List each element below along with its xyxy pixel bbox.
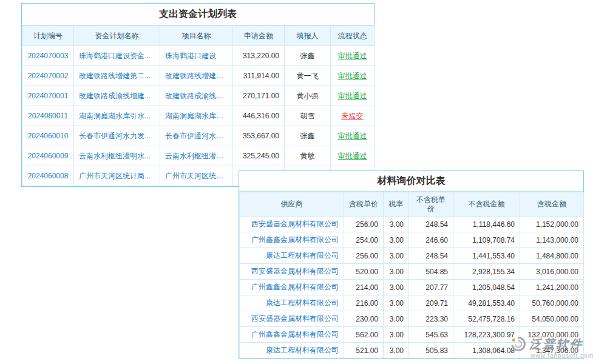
fund-plan-name-cell[interactable]: 湖南洞庭湖水库引水... [74,106,160,126]
material-inquiry-table: 供应商含税单价税率不含税单价不含税金额含税金额 西安盛器金属材料有限公司256.… [239,192,584,359]
column-header: 流程状态 [331,26,375,46]
fund-plan-name-cell[interactable]: 云南水利枢纽潜明水... [74,146,160,166]
tax-rate-cell: 3.00 [384,311,409,327]
price-excl-tax-cell: 504.85 [409,264,453,280]
table-row: 2024060009云南水利枢纽潜明水...云南水利枢纽潜明...325,245… [22,146,375,166]
amount-cell: 311,914.00 [233,66,285,86]
amount-cell: 270,171.00 [233,86,285,106]
header-row: 供应商含税单价税率不含税单价不含税金额含税金额 [240,192,584,217]
amount-incl-tax-cell: 54,050,000.00 [520,311,584,327]
tax-rate-cell: 3.00 [384,327,409,343]
fanpu-logo-icon [510,335,527,352]
material-table-title: 材料询价对比表 [239,171,583,192]
fund-plan-name-cell[interactable]: 改建铁路成渝线增建... [74,86,160,106]
price-incl-tax-cell: 216.00 [344,295,384,311]
project-name-cell[interactable]: 改建铁路线增建第... [160,66,233,86]
price-excl-tax-cell: 248.54 [409,217,453,232]
plan-no-cell[interactable]: 2024060008 [22,166,74,186]
amount-excl-tax-cell: 1,109,708.74 [453,232,520,248]
plan-no-cell[interactable]: 2024060009 [22,146,74,166]
project-name-cell[interactable]: 云南水利枢纽潜明... [160,146,233,166]
plan-no-cell[interactable]: 2024070002 [22,66,74,86]
price-incl-tax-cell: 256.00 [344,217,384,232]
fund-plan-table-title: 支出资金计划列表 [22,4,374,25]
table-row: 西安盛器金属材料有限公司520.003.00504.852,928,155.34… [240,264,584,280]
table-row: 西安盛器金属材料有限公司256.003.00248.541,118,446.60… [240,217,584,232]
project-name-cell[interactable]: 长春市伊通河水力... [160,126,233,146]
status-cell[interactable]: 审批通过 [331,86,375,106]
amount-cell: 446,316.00 [233,106,285,126]
price-incl-tax-cell: 520.00 [344,264,384,280]
table-row: 2024060010长春市伊通河水力发...长春市伊通河水力...353,667… [22,126,375,146]
table-row: 康达工程材料有限公司256.003.00248.541,441,553.401,… [240,248,584,264]
amount-incl-tax-cell: 50,760,000.00 [520,295,584,311]
table-row: 广州鑫鑫金属材料有限公司214.003.00207.771,205,048.54… [240,280,584,295]
supplier-cell[interactable]: 广州鑫鑫金属材料有限公司 [240,232,344,248]
supplier-cell[interactable]: 西安盛器金属材料有限公司 [240,217,344,232]
supplier-cell[interactable]: 广州鑫鑫金属材料有限公司 [240,327,344,343]
fund-plan-panel: 支出资金计划列表 计划编号资金计划名称项目名称申请金额填报人流程状态 20240… [21,3,375,187]
amount-excl-tax-cell: 1,205,048.54 [453,280,520,295]
price-excl-tax-cell: 545.63 [409,327,453,343]
status-cell[interactable]: 审批通过 [331,146,375,166]
price-excl-tax-cell: 246.60 [409,232,453,248]
price-incl-tax-cell: 230.00 [344,311,384,327]
column-header: 不含税金额 [453,192,520,217]
tax-rate-cell: 3.00 [384,264,409,280]
plan-no-cell[interactable]: 2024060010 [22,126,74,146]
filler-cell: 黄一飞 [285,66,331,86]
status-cell[interactable]: 审批通过 [331,46,375,66]
plan-no-cell[interactable]: 2024070001 [22,86,74,106]
amount-excl-tax-cell: 49,281,553.40 [453,295,520,311]
supplier-cell[interactable]: 康达工程材料有限公司 [240,248,344,264]
amount-incl-tax-cell: 1,143,000.00 [520,232,584,248]
header-row: 计划编号资金计划名称项目名称申请金额填报人流程状态 [22,26,375,46]
filler-cell: 黄小强 [285,86,331,106]
status-cell[interactable]: 未提交 [331,106,375,126]
price-excl-tax-cell: 248.54 [409,248,453,264]
vendor-watermark: 泛普软件 www.fanpusoft.com [510,335,594,359]
amount-incl-tax-cell: 1,484,800.00 [520,248,584,264]
supplier-cell[interactable]: 西安盛器金属材料有限公司 [240,264,344,280]
fund-plan-name-cell[interactable]: 广州市天河区统计局... [74,166,160,186]
supplier-cell[interactable]: 西安盛器金属材料有限公司 [240,311,344,327]
status-cell[interactable]: 审批通过 [331,66,375,86]
price-incl-tax-cell: 254.00 [344,232,384,248]
fund-plan-table-body: 2024070003珠海鹤港口建设资金...珠海鹤港口建设313,220.00张… [22,46,375,186]
supplier-cell[interactable]: 康达工程材料有限公司 [240,295,344,311]
project-name-cell[interactable]: 广州市天河区统计... [160,166,233,186]
status-cell[interactable]: 审批通过 [331,126,375,146]
price-incl-tax-cell: 562.00 [344,327,384,343]
supplier-cell[interactable]: 广州鑫鑫金属材料有限公司 [240,280,344,295]
tax-rate-cell: 3.00 [384,343,409,359]
tax-rate-cell: 3.00 [384,295,409,311]
material-table-header: 供应商含税单价税率不含税单价不含税金额含税金额 [240,192,584,217]
column-header: 填报人 [285,26,331,46]
filler-cell: 胡雪 [285,106,331,126]
fund-plan-name-cell[interactable]: 长春市伊通河水力发... [74,126,160,146]
filler-cell: 张鑫 [285,126,331,146]
column-header: 资金计划名称 [74,26,160,46]
plan-no-cell[interactable]: 2024070003 [22,46,74,66]
supplier-cell[interactable]: 康达工程材料有限公司 [240,343,344,359]
table-row: 西安盛器金属材料有限公司230.003.00223.3052,475,728.1… [240,311,584,327]
filler-cell: 黄敏 [285,146,331,166]
column-header: 供应商 [240,192,344,217]
amount-cell: 313,220.00 [233,46,285,66]
project-name-cell[interactable]: 湖南洞庭湖水库引... [160,106,233,126]
project-name-cell[interactable]: 珠海鹤港口建设 [160,46,233,66]
amount-incl-tax-cell: 1,241,200.00 [520,280,584,295]
fund-plan-name-cell[interactable]: 珠海鹤港口建设资金... [74,46,160,66]
project-name-cell[interactable]: 改建铁路成渝线增... [160,86,233,106]
table-row: 2024070002改建铁路线增建第二...改建铁路线增建第...311,914… [22,66,375,86]
price-excl-tax-cell: 209.71 [409,295,453,311]
amount-excl-tax-cell: 1,441,553.40 [453,248,520,264]
plan-no-cell[interactable]: 2024060011 [22,106,74,126]
amount-excl-tax-cell: 52,475,728.16 [453,311,520,327]
price-incl-tax-cell: 214.00 [344,280,384,295]
column-header: 项目名称 [160,26,233,46]
fund-plan-name-cell[interactable]: 改建铁路线增建第二... [74,66,160,86]
amount-excl-tax-cell: 2,928,155.34 [453,264,520,280]
material-inquiry-panel: 材料询价对比表 供应商含税单价税率不含税单价不含税金额含税金额 西安盛器金属材料… [239,170,584,359]
tax-rate-cell: 3.00 [384,232,409,248]
